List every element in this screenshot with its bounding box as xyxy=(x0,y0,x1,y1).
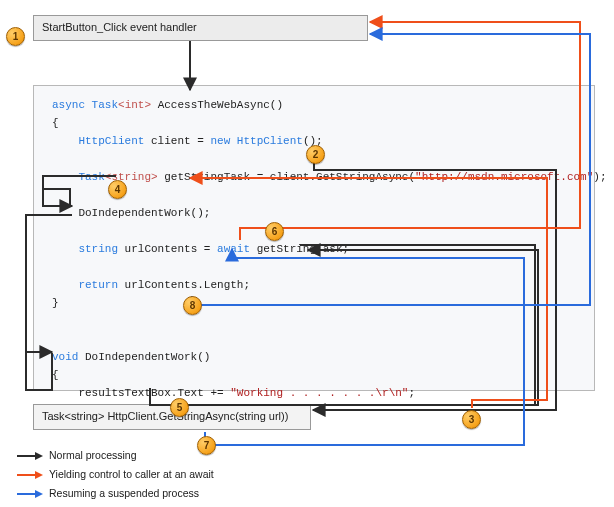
code-line-3: HttpClient client = new HttpClient(); xyxy=(52,135,323,147)
code-line-12: } xyxy=(52,297,59,309)
step-badge-7: 7 xyxy=(197,436,216,455)
step-badge-8: 8 xyxy=(183,296,202,315)
code-line-d1: void DoIndependentWork() xyxy=(52,351,210,363)
step-badge-5: 5 xyxy=(170,398,189,417)
step-badge-1: 1 xyxy=(6,27,25,46)
getstringasync-label: Task<string> HttpClient.GetStringAsync(s… xyxy=(42,410,288,422)
diagram-stage: StartButton_Click event handler async Ta… xyxy=(0,0,614,507)
code-line-5: Task<string> getStringTask = client.GetS… xyxy=(52,171,607,183)
code-line-11: return urlContents.Length; xyxy=(52,279,250,291)
legend-normal-label: Normal processing xyxy=(49,446,137,465)
start-button-handler-label: StartButton_Click event handler xyxy=(42,21,197,33)
legend: Normal processing Yielding control to ca… xyxy=(15,446,214,503)
start-button-handler-box: StartButton_Click event handler xyxy=(33,15,368,41)
legend-yield-icon xyxy=(15,470,43,480)
step-badge-6: 6 xyxy=(265,222,284,241)
step-badge-3: 3 xyxy=(462,410,481,429)
code-box: async Task<int> AccessTheWebAsync() { Ht… xyxy=(33,85,595,391)
code-line-9: string urlContents = await getStringTask… xyxy=(52,243,349,255)
code-line-d3: resultsTextBox.Text += "Working . . . . … xyxy=(52,387,415,399)
step-badge-4: 4 xyxy=(108,180,127,199)
legend-resume-icon xyxy=(15,489,43,499)
legend-resume: Resuming a suspended process xyxy=(15,484,214,503)
legend-yield: Yielding control to caller at an await xyxy=(15,465,214,484)
legend-yield-label: Yielding control to caller at an await xyxy=(49,465,214,484)
code-line-7: DoIndependentWork(); xyxy=(52,207,210,219)
legend-normal-icon xyxy=(15,451,43,461)
legend-resume-label: Resuming a suspended process xyxy=(49,484,199,503)
legend-normal: Normal processing xyxy=(15,446,214,465)
code-line-d2: { xyxy=(52,369,59,381)
step-badge-2: 2 xyxy=(306,145,325,164)
code-line-2: { xyxy=(52,117,59,129)
code-line-1: async Task<int> AccessTheWebAsync() xyxy=(52,99,283,111)
